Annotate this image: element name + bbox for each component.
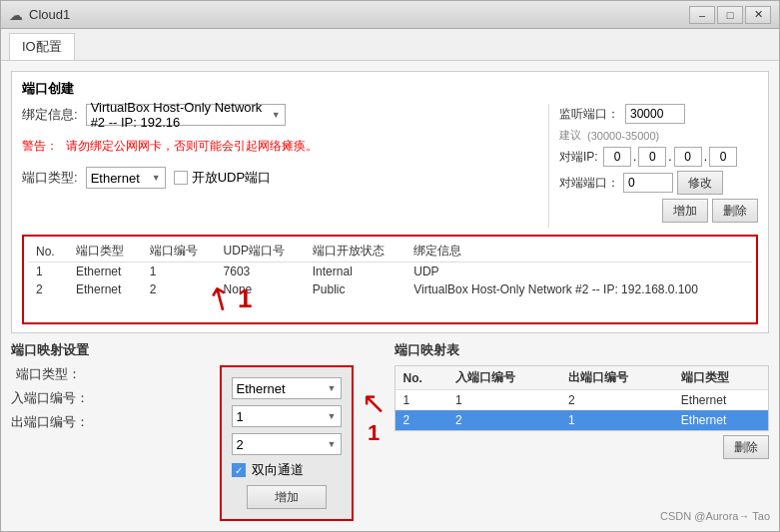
title-controls: – □ ✕ xyxy=(689,6,771,24)
mapping-table-row-selected[interactable]: 2 2 1 Ethernet xyxy=(395,410,769,430)
lower-section: 端口映射设置 端口类型： 入端口编号： 出端口编号： xyxy=(11,341,769,521)
hint-label: 建议 xyxy=(559,128,581,143)
ip-seg-3[interactable] xyxy=(674,147,702,167)
cell-port-num: 1 xyxy=(142,263,216,281)
map-in-chevron: ▼ xyxy=(328,411,337,421)
ip-dot-3: . xyxy=(704,150,707,164)
col-port-status: 端口开放状态 xyxy=(305,241,405,263)
cell-port-type: Ethernet xyxy=(68,263,142,281)
remote-ip-label: 对端IP: xyxy=(559,149,599,166)
port-table-header-row: No. 端口类型 端口编号 UDP端口号 端口开放状态 绑定信息 xyxy=(28,241,752,263)
map-cell-no: 1 xyxy=(395,390,448,411)
ip-seg-2[interactable] xyxy=(638,147,666,167)
lower-arrow-icon: ↗ xyxy=(362,385,387,420)
tab-bar: IO配置 xyxy=(1,29,779,61)
port-type-chevron: ▼ xyxy=(152,173,161,183)
table-row[interactable]: 2 Ethernet 2 None Public VirtualBox Host… xyxy=(28,280,752,298)
udp-label: 开放UDP端口 xyxy=(192,169,271,187)
mapping-add-button[interactable]: 增加 xyxy=(247,485,327,509)
ip-seg-1[interactable] xyxy=(603,147,631,167)
port-table-section: No. 端口类型 端口编号 UDP端口号 端口开放状态 绑定信息 1 xyxy=(22,235,758,324)
port-creation-section: 端口创建 绑定信息: VirtualBox Host-Only Network … xyxy=(11,71,769,333)
map-type-chevron: ▼ xyxy=(328,383,337,393)
mapping-add-row: 增加 xyxy=(232,485,342,509)
map-type-value: Ethernet xyxy=(237,381,286,396)
mapping-panel: Ethernet ▼ 1 ▼ 2 xyxy=(220,365,354,521)
remote-ip-row: 对端IP: . . . xyxy=(559,147,758,167)
add-delete-row: 增加 删除 xyxy=(559,199,758,223)
warning-row: 警告： 请勿绑定公网网卡，否则可能会引起网络瘫痪。 xyxy=(22,138,538,155)
port-type-value: Ethernet xyxy=(91,171,140,186)
maximize-button[interactable]: □ xyxy=(717,6,743,24)
close-button[interactable]: ✕ xyxy=(745,6,771,24)
mapping-table-row[interactable]: 1 1 2 Ethernet xyxy=(395,390,769,411)
cell-binding: UDP xyxy=(405,263,752,281)
minimize-button[interactable]: – xyxy=(689,6,715,24)
cell-no: 2 xyxy=(28,280,68,298)
warning-label: 警告： xyxy=(22,138,58,155)
mapping-table: No. 入端口编号 出端口编号 端口类型 1 1 2 Ether xyxy=(395,366,769,430)
title-bar-left: ☁ Cloud1 xyxy=(9,7,70,23)
bidirectional-row: ✓ 双向通道 xyxy=(232,461,342,479)
binding-select[interactable]: VirtualBox Host-Only Network #2 -- IP: 1… xyxy=(86,104,286,126)
port-mapping-settings: 端口映射设置 端口类型： 入端口编号： 出端口编号： xyxy=(11,341,387,521)
modify-button[interactable]: 修改 xyxy=(677,171,723,195)
map-cell-no: 2 xyxy=(395,410,448,430)
add-port-button[interactable]: 增加 xyxy=(662,199,708,223)
map-col-type: 端口类型 xyxy=(673,366,768,390)
map-in-dropdown-row: 1 ▼ xyxy=(232,405,342,427)
bidirectional-label: 双向通道 xyxy=(252,461,304,479)
binding-label: 绑定信息: xyxy=(22,106,78,124)
map-port-type-label: 端口类型： xyxy=(11,365,81,383)
map-out-select[interactable]: 2 ▼ xyxy=(232,433,342,455)
mapping-settings-title: 端口映射设置 xyxy=(11,341,387,359)
listen-port-input[interactable] xyxy=(625,104,685,124)
lower-annotation: ↗ 1 xyxy=(362,365,387,446)
col-no: No. xyxy=(28,241,68,263)
binding-value: VirtualBox Host-Only Network #2 -- IP: 1… xyxy=(91,100,268,130)
tab-io[interactable]: IO配置 xyxy=(9,33,75,60)
upper-form: 绑定信息: VirtualBox Host-Only Network #2 --… xyxy=(22,104,758,229)
map-out-port-row: 出端口编号： xyxy=(11,413,212,431)
map-cell-type: Ethernet xyxy=(673,390,768,411)
listen-port-row: 监听端口： xyxy=(559,104,758,124)
delete-port-button[interactable]: 删除 xyxy=(712,199,758,223)
cell-port-status: Public xyxy=(305,280,405,298)
udp-checkbox[interactable] xyxy=(174,171,188,185)
remote-port-row: 对端端口： 修改 xyxy=(559,171,758,195)
port-table-area: No. 端口类型 端口编号 UDP端口号 端口开放状态 绑定信息 1 xyxy=(22,235,758,324)
map-type-select[interactable]: Ethernet ▼ xyxy=(232,377,342,399)
cell-port-type: Ethernet xyxy=(68,280,142,298)
ip-seg-4[interactable] xyxy=(709,147,737,167)
port-type-select[interactable]: Ethernet ▼ xyxy=(86,167,166,189)
table-row[interactable]: 1 Ethernet 1 7603 Internal UDP xyxy=(28,263,752,281)
title-bar: ☁ Cloud1 – □ ✕ xyxy=(1,1,779,29)
cell-port-status: Internal xyxy=(305,263,405,281)
col-udp-num: UDP端口号 xyxy=(216,241,305,263)
table-row-empty xyxy=(28,298,752,318)
upper-form-right: 监听端口： 建议 (30000-35000) 对端IP: . xyxy=(548,104,758,229)
remote-port-input[interactable] xyxy=(623,173,673,193)
port-type-label: 端口类型: xyxy=(22,169,78,187)
map-in-port-label: 入端口编号： xyxy=(11,389,89,407)
map-col-out: 出端口编号 xyxy=(560,366,673,390)
hint-text: (30000-35000) xyxy=(587,130,659,142)
warning-text: 请勿绑定公网网卡，否则可能会引起网络瘫痪。 xyxy=(66,138,318,155)
map-out-port-label: 出端口编号： xyxy=(11,413,89,431)
col-port-type: 端口类型 xyxy=(68,241,142,263)
mapping-delete-button[interactable]: 删除 xyxy=(723,435,769,459)
map-cell-out: 1 xyxy=(560,410,673,430)
cell-binding: VirtualBox Host-Only Network #2 -- IP: 1… xyxy=(405,280,752,298)
cell-no: 1 xyxy=(28,263,68,281)
map-cell-type: Ethernet xyxy=(673,410,768,430)
section-title-creation: 端口创建 xyxy=(22,80,758,98)
ip-dot-1: . xyxy=(633,150,636,164)
map-in-select[interactable]: 1 ▼ xyxy=(232,405,342,427)
map-col-in: 入端口编号 xyxy=(447,366,560,390)
map-cell-out: 2 xyxy=(560,390,673,411)
main-window: ☁ Cloud1 – □ ✕ IO配置 端口创建 绑定信息: Virtu xyxy=(0,0,780,532)
map-cell-in: 2 xyxy=(447,410,560,430)
bidirectional-checkbox[interactable]: ✓ xyxy=(232,463,246,477)
map-out-dropdown-row: 2 ▼ xyxy=(232,433,342,455)
mapping-table-title: 端口映射表 xyxy=(394,341,770,359)
